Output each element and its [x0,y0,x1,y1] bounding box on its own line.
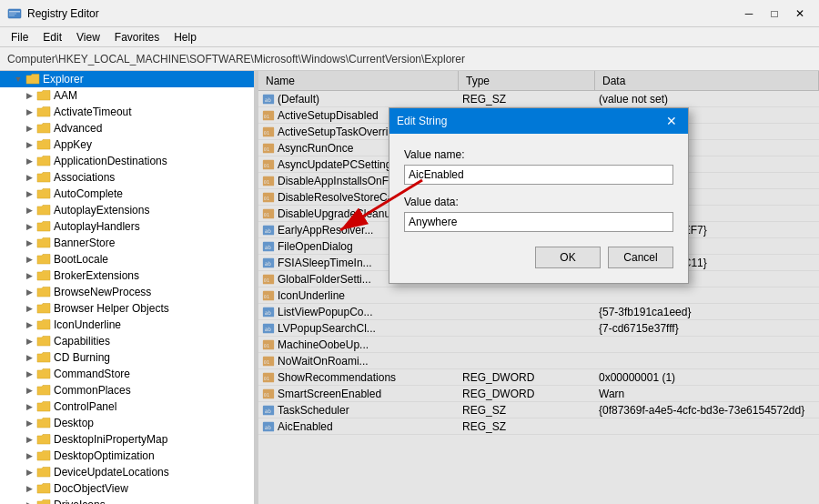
tree-expand-icon: ▶ [22,301,36,316]
tree-item[interactable]: ▶DocObjectView [0,480,254,497]
folder-icon [36,449,51,463]
tree-item-label: ControlPanel [54,400,116,413]
right-panel: Name Type Data ab(Default)REG_SZ(value n… [258,71,819,504]
menu-item-edit[interactable]: Edit [35,29,69,45]
tree-item-label: AutoplayExtensions [54,204,149,217]
folder-icon [36,186,51,201]
dialog-title: Edit String [397,115,447,127]
tree-item[interactable]: ▶Advanced [0,120,254,136]
tree-item[interactable]: ▶AppKey [0,136,254,153]
tree-item[interactable]: ▶CommandStore [0,366,254,382]
dialog-buttons: OK Cancel [404,247,673,268]
tree-item-label: Explorer [43,73,84,86]
menu-item-favorites[interactable]: Favorites [107,29,167,45]
menu-item-view[interactable]: View [69,29,107,45]
modal-overlay: Edit String ✕ Value name: Value data: OK… [258,71,819,504]
folder-icon [36,105,51,119]
tree-item[interactable]: ▶Capabilities [0,333,254,349]
tree-item[interactable]: ▶Desktop [0,415,254,431]
tree-item[interactable]: ▶ActivateTimeout [0,104,254,120]
title-bar: Registry Editor ─ □ ✕ [0,0,819,27]
cancel-button[interactable]: Cancel [608,247,673,268]
folder-icon [36,203,51,217]
tree-item[interactable]: ▶DeviceUpdateLocations [0,464,254,480]
tree-item[interactable]: ▶DriveIcons [0,497,254,504]
tree-expand-icon: ▶ [22,432,36,447]
value-name-label: Value name: [404,148,673,161]
tree-expand-icon: ▶ [22,252,36,267]
tree-panel[interactable]: ▼Explorer▶AAM▶ActivateTimeout▶Advanced▶A… [0,71,255,504]
tree-item[interactable]: ▶BrokerExtensions [0,267,254,284]
tree-item-label: CD Burning [54,351,110,364]
folder-icon [36,121,51,136]
value-data-input[interactable] [404,212,673,232]
tree-item[interactable]: ▶CommonPlaces [0,382,254,398]
tree-expand-icon: ▶ [22,219,36,234]
tree-item[interactable]: ▶CD Burning [0,349,254,366]
tree-item-label: AutoplayHandlers [54,220,140,233]
menu-item-file[interactable]: File [4,29,35,45]
folder-icon [36,399,51,414]
tree-item-label: ActivateTimeout [54,106,132,118]
tree-item-label: BootLocale [54,253,108,266]
tree-item-label: DeviceUpdateLocations [54,466,169,479]
tree-item-label: DocObjectView [54,482,128,495]
menu-item-help[interactable]: Help [167,29,204,45]
tree-expand-icon: ▶ [22,137,36,152]
dialog-close-button[interactable]: ✕ [662,112,681,130]
tree-item[interactable]: ▶DesktopOptimization [0,448,254,464]
folder-icon [36,301,51,316]
dialog-title-bar: Edit String ✕ [389,108,688,134]
tree-expand-icon: ▶ [22,367,36,381]
tree-item-label: BrokerExtensions [54,269,139,282]
tree-item[interactable]: ▶BrowseNewProcess [0,284,254,300]
tree-item[interactable]: ▶Browser Helper Objects [0,300,254,317]
folder-icon [36,416,51,430]
tree-item[interactable]: ▶Associations [0,169,254,186]
tree-expand-icon: ▶ [22,318,36,332]
tree-item[interactable]: ▶ControlPanel [0,398,254,415]
folder-icon [36,432,51,447]
ok-button[interactable]: OK [535,247,601,268]
tree-item[interactable]: ▶BootLocale [0,251,254,267]
folder-icon [36,481,51,496]
folder-icon [36,170,51,185]
tree-item[interactable]: ▶AutoplayExtensions [0,202,254,218]
tree-item[interactable]: ▶AutoComplete [0,186,254,202]
folder-icon [36,383,51,398]
tree-expand-icon: ▶ [22,154,36,168]
tree-item[interactable]: ▼Explorer [0,71,254,87]
folder-icon [36,318,51,332]
folder-icon [36,88,51,103]
close-button[interactable]: ✕ [788,4,812,24]
tree-expand-icon: ▶ [22,334,36,348]
tree-item[interactable]: ▶DesktopIniPropertyMap [0,431,254,448]
folder-icon [36,334,51,348]
tree-item-label: DesktopOptimization [54,449,155,462]
tree-item-label: AAM [54,89,77,102]
tree-item[interactable]: ▶ApplicationDestinations [0,153,254,169]
tree-item[interactable]: ▶AAM [0,87,254,104]
tree-item-label: ApplicationDestinations [54,155,167,167]
tree-expand-icon: ▶ [22,498,36,504]
address-bar: Computer\HKEY_LOCAL_MACHINE\SOFTWARE\Mic… [0,47,819,71]
folder-icon [36,285,51,299]
tree-item[interactable]: ▶AutoplayHandlers [0,218,254,235]
folder-icon [36,367,51,381]
tree-item[interactable]: ▶IconUnderline [0,317,254,333]
value-name-input[interactable] [404,165,673,185]
folder-icon [36,236,51,250]
app-icon [7,6,22,21]
minimize-button[interactable]: ─ [737,4,761,24]
tree-expand-icon: ▶ [22,88,36,103]
tree-item-label: BrowseNewProcess [54,286,151,298]
tree-expand-icon: ▶ [22,285,36,299]
tree-expand-icon: ▶ [22,416,36,430]
folder-icon [36,465,51,479]
maximize-button[interactable]: □ [763,4,786,24]
tree-expand-icon: ▶ [22,186,36,201]
tree-item[interactable]: ▶BannerStore [0,235,254,251]
tree-expand-icon: ▶ [22,383,36,398]
folder-icon [36,498,51,504]
svg-rect-3 [9,15,15,15]
